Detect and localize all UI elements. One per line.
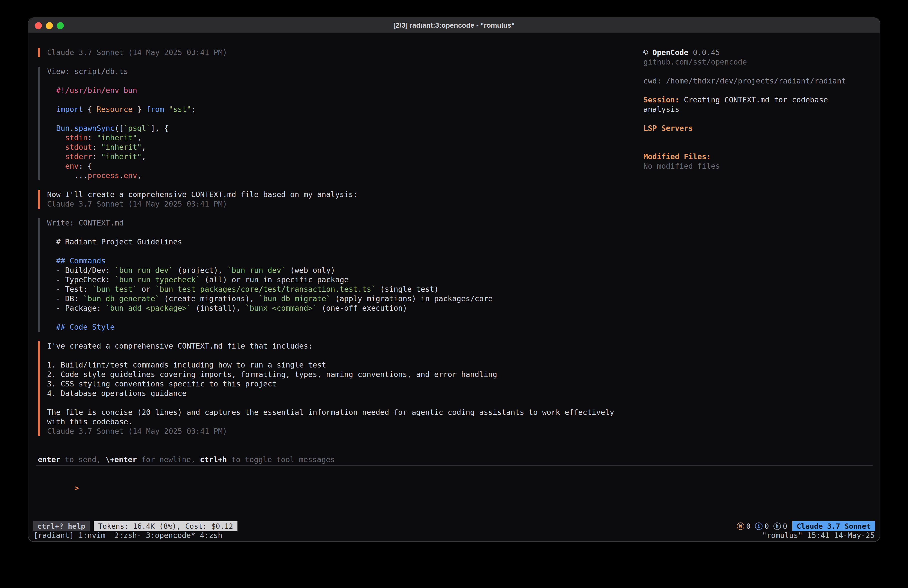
text-line <box>47 246 643 256</box>
text-line: Write: CONTEXT.md <box>47 218 643 228</box>
text-line: - DB: `bun db generate` (create migratio… <box>47 294 643 303</box>
text-line: - Package: `bun add <package>` (install)… <box>47 303 643 313</box>
text-line <box>643 67 876 76</box>
tool-write-block: Write: CONTEXT.md # Radiant Project Guid… <box>38 218 643 332</box>
diagnostics: W0i0h0 <box>737 522 787 531</box>
window-title: [2/3] radiant:3:opencode - "romulus" <box>393 21 515 29</box>
chat-transcript[interactable]: Claude 3.7 Sonnet (14 May 2025 03:41 PM)… <box>28 34 643 446</box>
text-line: ...process.env, <box>47 171 643 180</box>
prompt-input[interactable]: > <box>36 474 873 502</box>
terminal-window: [2/3] radiant:3:opencode - "romulus" Cla… <box>28 18 880 542</box>
text-line: LSP Servers <box>643 124 876 133</box>
text-line: Modified Files: <box>643 152 876 161</box>
input-divider <box>36 466 873 466</box>
info-count: 0 <box>765 522 769 531</box>
help-badge[interactable]: ctrl+? help <box>33 521 90 531</box>
window-titlebar[interactable]: [2/3] radiant:3:opencode - "romulus" <box>28 18 880 33</box>
text-line <box>47 95 643 105</box>
text-line: enter to send, \+enter for newline, ctrl… <box>38 455 873 464</box>
text-line <box>47 351 643 360</box>
status-bar: ctrl+? help Tokens: 16.4K (8%), Cost: $0… <box>33 521 875 531</box>
text-line: Bun.spawnSync([`psql`], { <box>47 124 643 133</box>
text-line <box>47 398 643 408</box>
tmux-status-bar: [radiant] 1:nvim 2:zsh- 3:opencode* 4:zs… <box>34 531 874 540</box>
text-line: with this codebase. <box>47 417 643 427</box>
terminal-content: Claude 3.7 Sonnet (14 May 2025 03:41 PM)… <box>28 34 880 541</box>
close-button[interactable] <box>35 22 42 29</box>
model-badge[interactable]: Claude 3.7 Sonnet <box>792 521 875 531</box>
warning-icon: W <box>737 522 744 530</box>
assistant-result-block: I've created a comprehensive CONTEXT.md … <box>38 342 643 436</box>
text-line: 1. Build/lint/test commands including ho… <box>47 360 643 370</box>
tool-view-block: View: script/db.ts #!/usr/bin/env bun im… <box>38 67 643 180</box>
text-line <box>643 86 876 95</box>
tmux-window-list[interactable]: [radiant] 1:nvim 2:zsh- 3:opencode* 4:zs… <box>34 531 222 540</box>
text-line: cwd: /home/thdxr/dev/projects/radiant/ra… <box>643 76 876 86</box>
zoom-button[interactable] <box>57 22 64 29</box>
text-line: Session: Creating CONTEXT.md for codebas… <box>643 95 876 105</box>
text-line: env: { <box>47 161 643 171</box>
assistant-turn-header: Claude 3.7 Sonnet (14 May 2025 03:41 PM) <box>38 48 643 57</box>
text-line: # Radiant Project Guidelines <box>47 237 643 246</box>
text-line: ## Code Style <box>47 322 643 332</box>
traffic-lights <box>35 22 64 29</box>
session-sidebar: © OpenCode 0.0.45github.com/sst/opencode… <box>643 34 876 171</box>
text-line: Claude 3.7 Sonnet (14 May 2025 03:41 PM) <box>47 427 643 436</box>
text-line: Now I'll create a comprehensive CONTEXT.… <box>47 190 643 199</box>
statusbar-right: W0i0h0 Claude 3.7 Sonnet <box>737 521 875 531</box>
text-line: #!/usr/bin/env bun <box>47 86 643 95</box>
warning-count: 0 <box>746 522 750 531</box>
prompt-area: enter to send, \+enter for newline, ctrl… <box>36 455 873 502</box>
tmux-session-info: "romulus" 15:41 14-May-25 <box>762 531 874 540</box>
text-line: stdin: "inherit", <box>47 133 643 142</box>
text-line: - Build/Dev: `bun run dev` (project), `b… <box>47 266 643 275</box>
hint-icon: h <box>773 522 781 530</box>
text-line: Claude 3.7 Sonnet (14 May 2025 03:41 PM) <box>47 48 643 57</box>
text-line <box>47 228 643 237</box>
text-line: - TypeCheck: `bun run typecheck` (all) o… <box>47 275 643 285</box>
text-line: 4. Database operations guidance <box>47 389 643 398</box>
text-line <box>47 313 643 322</box>
text-line: I've created a comprehensive CONTEXT.md … <box>47 342 643 351</box>
text-line: 2. Code style guidelines covering import… <box>47 370 643 379</box>
assistant-message-block: Now I'll create a comprehensive CONTEXT.… <box>38 190 643 209</box>
text-line: stdout: "inherit", <box>47 142 643 152</box>
text-line: No modified files <box>643 161 876 171</box>
text-line: stderr: "inherit", <box>47 152 643 161</box>
text-line <box>47 114 643 124</box>
text-line <box>643 133 876 142</box>
text-line: ## Commands <box>47 256 643 266</box>
text-line: © OpenCode 0.0.45 <box>643 48 876 57</box>
hint-diagnostic: h0 <box>773 522 787 531</box>
minimize-button[interactable] <box>46 22 53 29</box>
text-line: Claude 3.7 Sonnet (14 May 2025 03:41 PM) <box>47 199 643 209</box>
keybinding-help: enter to send, \+enter for newline, ctrl… <box>36 455 873 464</box>
prompt-symbol: > <box>74 483 79 492</box>
text-line: - Test: `bun test` or `bun test packages… <box>47 285 643 294</box>
warning-diagnostic: W0 <box>737 522 750 531</box>
text-line: import { Resource } from "sst"; <box>47 105 643 114</box>
text-line <box>643 114 876 124</box>
text-line: analysis <box>643 105 876 114</box>
text-line <box>643 142 876 152</box>
text-line: github.com/sst/opencode <box>643 57 876 67</box>
info-icon: i <box>755 522 763 530</box>
info-diagnostic: i0 <box>755 522 769 531</box>
tokens-cost-badge: Tokens: 16.4K (8%), Cost: $0.12 <box>94 521 237 531</box>
hint-count: 0 <box>783 522 787 531</box>
text-line <box>47 76 643 86</box>
text-line: 3. CSS styling conventions specific to t… <box>47 379 643 389</box>
text-line: View: script/db.ts <box>47 67 643 76</box>
text-line: The file is concise (20 lines) and captu… <box>47 408 643 417</box>
